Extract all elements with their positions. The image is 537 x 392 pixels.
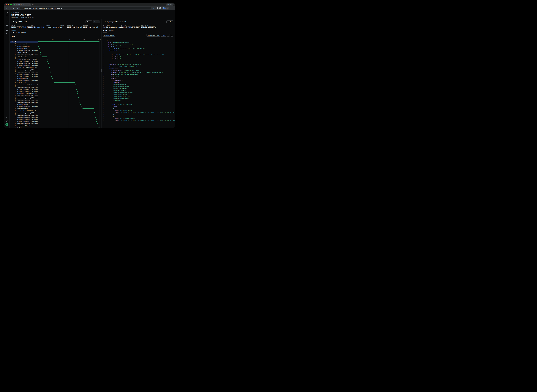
- tab-input[interactable]: Input: [103, 29, 107, 33]
- trace-row[interactable]: ƒgenerate-thread-id: [9, 43, 101, 45]
- browser-tab[interactable]: Inngest Server ×: [13, 3, 31, 6]
- step-duration-bar[interactable]: [77, 91, 77, 92]
- trace-row[interactable]: ƒpublish:user:insights:user_2VH6zowmh...: [9, 116, 101, 118]
- home-button[interactable]: ⌂: [16, 7, 19, 9]
- trace-row[interactable]: #Insights Summarizer: [9, 107, 101, 110]
- step-duration-bar[interactable]: [78, 97, 79, 98]
- trace-row[interactable]: #Finalization: [9, 127, 101, 128]
- panel-resize-handle[interactable]: [101, 69, 102, 72]
- profile-chip[interactable]: Work: [162, 7, 169, 9]
- step-duration-bar[interactable]: [54, 82, 75, 83]
- event-logs-icon[interactable]: [6, 24, 8, 26]
- collapse-event-chevron-icon[interactable]: ⌄: [103, 21, 104, 23]
- cancel-button[interactable]: Cancel: [93, 20, 100, 23]
- side-panel-icon[interactable]: [159, 7, 161, 9]
- step-duration-bar[interactable]: [98, 127, 100, 128]
- trace-row[interactable]: ƒgenerate-agent-ids-0: [9, 51, 101, 54]
- trace-row[interactable]: ƒpublish:user:insights:user_2VH6zowmh...: [9, 99, 101, 101]
- payload-code-viewer[interactable]: 1234567891011121314151617181920212223242…: [102, 37, 175, 128]
- meta-value[interactable]: insights-agent-client: [31, 26, 44, 28]
- step-duration-bar[interactable]: [83, 108, 94, 109]
- run-duration-bar[interactable]: [38, 42, 100, 42]
- step-duration-bar[interactable]: [76, 87, 76, 88]
- run-expand-chevron-icon[interactable]: ⌄: [13, 41, 14, 42]
- trace-row[interactable]: ƒcapture-observability-data: [9, 125, 101, 127]
- collapse-run-chevron-icon[interactable]: ⌄: [11, 21, 12, 23]
- trace-row[interactable]: ƒgenerate-network-id: [9, 47, 101, 49]
- extensions-icon[interactable]: [157, 7, 158, 9]
- back-button[interactable]: ←: [5, 7, 8, 9]
- trace-row[interactable]: ƒpublish:user:insights:user_2VH6zowmh...: [9, 54, 101, 56]
- site-info-icon[interactable]: ⓘ: [21, 7, 23, 9]
- bookmark-star-icon[interactable]: ☆: [153, 7, 155, 9]
- step-duration-bar[interactable]: [76, 89, 77, 90]
- step-duration-bar[interactable]: [96, 121, 97, 122]
- copy-button[interactable]: Copy: [161, 34, 166, 37]
- function-payload-chip[interactable]: Function Payload: [103, 34, 115, 37]
- step-duration-bar[interactable]: [47, 59, 48, 60]
- expand-button[interactable]: [171, 34, 173, 37]
- step-duration-bar[interactable]: [78, 95, 78, 96]
- forward-button[interactable]: →: [9, 7, 12, 9]
- trace-run-row[interactable]: 40 ⌄ Run: [9, 41, 101, 43]
- step-duration-bar[interactable]: [94, 110, 94, 111]
- step-duration-bar[interactable]: [81, 106, 81, 107]
- step-duration-bar[interactable]: [38, 46, 39, 47]
- step-duration-bar[interactable]: [40, 52, 41, 53]
- trace-row[interactable]: ƒpublish:user:insights:user_2VH6zowmh...: [9, 123, 101, 125]
- step-duration-bar[interactable]: [52, 78, 53, 79]
- step-duration-bar[interactable]: [50, 69, 50, 70]
- step-duration-bar[interactable]: [50, 72, 51, 72]
- trace-row[interactable]: ƒgenerate-agent-ids-2: [9, 103, 101, 105]
- terminal-icon[interactable]: [6, 33, 8, 34]
- step-duration-bar[interactable]: [95, 117, 96, 118]
- step-duration-bar[interactable]: [97, 123, 97, 124]
- trace-row[interactable]: #Insights Event Matcher: [9, 56, 101, 58]
- function-badge[interactable]: Insights SQL Agent: [45, 26, 60, 28]
- trace-row[interactable]: ƒpublish:user:insights:user_2VH6zowmh...: [9, 75, 101, 77]
- trace-row[interactable]: ƒpublish:user:insights:user_2VH6zowmh...: [9, 71, 101, 73]
- trace-row[interactable]: ƒpublish:user:insights:user_2VH6zowmh...: [9, 114, 101, 116]
- rerun-button[interactable]: Rerun: [86, 20, 92, 23]
- menu-kebab-icon[interactable]: ⋮: [171, 7, 173, 9]
- trace-row[interactable]: ƒpublish:user:insights:user_2VH6zowmh...: [9, 112, 101, 114]
- step-duration-bar[interactable]: [40, 50, 40, 51]
- url-bar[interactable]: ⓘ localhost:8288/run?runID=01KHRMPW77GVM…: [20, 7, 151, 9]
- send-to-dev-server-button[interactable]: Send to Dev Server: [147, 34, 160, 37]
- trace-row[interactable]: ƒgenerate-output-part-id-c458648f-8d6...: [9, 67, 101, 69]
- trace-row[interactable]: ƒpublish:user:insights:user_2VH6zowmh...: [9, 105, 101, 107]
- trace-row[interactable]: #Insights Query Writer: [9, 82, 101, 84]
- step-duration-bar[interactable]: [38, 43, 38, 44]
- trace-row[interactable]: ƒgenerate-output-part-id-887aa111-5d4...: [9, 93, 101, 95]
- trace-row[interactable]: ƒpublish:user:insights:user_2VH6zowmh...: [9, 69, 101, 71]
- step-duration-bar[interactable]: [42, 56, 47, 57]
- trace-row[interactable]: ƒgenerate-target-channel: [9, 45, 101, 47]
- word-wrap-button[interactable]: [167, 34, 170, 37]
- trace-row[interactable]: ƒpublish:user:insights:user_2VH6zowmh...: [9, 60, 101, 62]
- inngest-logo[interactable]: [6, 11, 8, 13]
- share-icon[interactable]: [6, 117, 8, 118]
- trace-row[interactable]: ƒpublish:user:insights:user_2VH6zowmh...: [9, 95, 101, 97]
- step-duration-bar[interactable]: [41, 54, 41, 55]
- reload-button[interactable]: ⟳: [12, 7, 15, 9]
- env-badge[interactable]: DV: [5, 14, 8, 17]
- trace-row[interactable]: ƒpublish:user:insights:user_2VH6zowmh...: [9, 118, 101, 121]
- step-duration-bar[interactable]: [53, 80, 53, 81]
- step-duration-bar[interactable]: [77, 93, 78, 94]
- tab-trace[interactable]: Trace: [11, 35, 15, 38]
- gemini-button[interactable]: ✦ Gemini: [166, 4, 174, 6]
- zoom-window-button[interactable]: [10, 4, 12, 5]
- step-duration-bar[interactable]: [79, 100, 79, 100]
- step-duration-bar[interactable]: [47, 61, 48, 62]
- step-duration-bar[interactable]: [94, 112, 95, 113]
- step-duration-bar[interactable]: [80, 104, 81, 105]
- close-window-button[interactable]: [6, 4, 7, 5]
- trace-row[interactable]: ƒpublish:user:insights:user_2VH6zowmh...: [9, 79, 101, 82]
- trace-row[interactable]: ƒpublish:user:insights:user_2VH6zowmh...: [9, 65, 101, 67]
- step-duration-bar[interactable]: [49, 65, 49, 66]
- trace-row[interactable]: ƒpublish:user:insights:user_2VH6zowmh...: [9, 49, 101, 52]
- step-duration-bar[interactable]: [98, 125, 98, 126]
- step-duration-bar[interactable]: [49, 67, 50, 68]
- step-duration-bar[interactable]: [95, 115, 95, 116]
- step-duration-bar[interactable]: [96, 119, 96, 120]
